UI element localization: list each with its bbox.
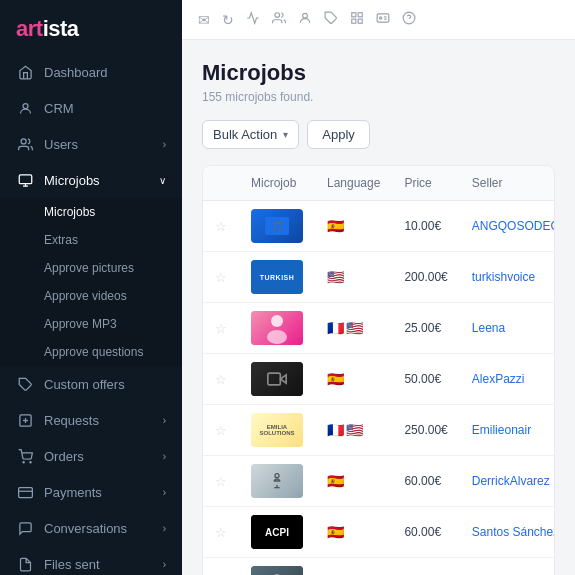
svg-rect-11 xyxy=(18,487,32,497)
top-icon-bar: ✉ ↻ xyxy=(182,0,575,40)
sidebar-item-orders[interactable]: Orders › xyxy=(0,438,182,474)
svg-marker-32 xyxy=(280,375,286,383)
language-cell: 🇪🇸 xyxy=(315,456,392,507)
subitem-approve-pictures[interactable]: Approve pictures xyxy=(0,254,182,282)
sidebar-item-dashboard[interactable]: Dashboard xyxy=(0,54,182,90)
sidebar-item-users[interactable]: Users › xyxy=(0,126,182,162)
question-icon[interactable] xyxy=(402,11,416,28)
flag-icon: 🇫🇷 xyxy=(327,320,344,336)
language-flags: 🇫🇷🇺🇸 xyxy=(327,422,380,438)
envelope-icon[interactable]: ✉ xyxy=(198,12,210,28)
microjob-thumbnail[interactable] xyxy=(251,464,303,498)
col-seller-header: Seller xyxy=(460,166,555,201)
chart-icon[interactable] xyxy=(246,11,260,28)
page-subtitle: 155 microjobs found. xyxy=(202,90,555,104)
subitem-approve-videos[interactable]: Approve videos xyxy=(0,282,182,310)
sidebar-item-conversations[interactable]: Conversations › xyxy=(0,510,182,546)
sidebar-item-orders-label: Orders xyxy=(44,449,163,464)
microjob-thumbnail[interactable]: ACPI xyxy=(251,515,303,549)
chat-icon xyxy=(16,519,34,537)
language-cell: 🇪🇸 xyxy=(315,507,392,558)
subitem-approve-questions[interactable]: Approve questions xyxy=(0,338,182,366)
favorite-star[interactable]: ☆ xyxy=(215,474,227,489)
table: Microjob Language Price Seller Sales Cat… xyxy=(203,166,555,575)
favorite-star[interactable]: ☆ xyxy=(215,525,227,540)
seller-cell: ANGQOSODEGUZMAN xyxy=(460,201,555,252)
flag-icon: 🇪🇸 xyxy=(327,524,344,540)
subitem-extras[interactable]: Extras xyxy=(0,226,182,254)
svg-point-19 xyxy=(303,13,308,18)
favorite-star[interactable]: ☆ xyxy=(215,270,227,285)
subitem-microjobs[interactable]: Microjobs xyxy=(0,198,182,226)
tag-top-icon[interactable] xyxy=(324,11,338,28)
person-icon[interactable] xyxy=(298,11,312,28)
svg-rect-20 xyxy=(352,13,356,17)
home-icon xyxy=(16,63,34,81)
microjob-thumbnail[interactable]: EMILIA SOLUTIONS xyxy=(251,413,303,447)
users-top-icon[interactable] xyxy=(272,11,286,28)
col-star xyxy=(203,166,239,201)
seller-link[interactable]: Leena xyxy=(472,321,505,335)
favorite-star[interactable]: ☆ xyxy=(215,219,227,234)
microjob-thumbnail[interactable] xyxy=(251,566,303,575)
microjobs-table: Microjob Language Price Seller Sales Cat… xyxy=(202,165,555,575)
seller-link[interactable]: AlexPazzi xyxy=(472,372,525,386)
payments-chevron-icon: › xyxy=(163,487,166,498)
language-cell: 🇪🇸 xyxy=(315,558,392,576)
favorite-star[interactable]: ☆ xyxy=(215,423,227,438)
crm-icon xyxy=(16,99,34,117)
svg-rect-24 xyxy=(377,14,389,22)
sidebar-item-files-sent-label: Files sent xyxy=(44,557,163,572)
sidebar-item-users-label: Users xyxy=(44,137,163,152)
svg-point-0 xyxy=(23,103,28,108)
seller-cell: AlexPazzi xyxy=(460,354,555,405)
seller-link[interactable]: Emilieonair xyxy=(472,423,531,437)
sidebar-item-microjobs[interactable]: Microjobs ∨ xyxy=(0,162,182,198)
files-icon xyxy=(16,555,34,573)
seller-link[interactable]: turkishvoice xyxy=(472,270,535,284)
sidebar-item-payments[interactable]: Payments › xyxy=(0,474,182,510)
table-row: ☆ 🇪🇸 50.00€ Santiago Rivas – Voice Over xyxy=(203,558,555,576)
seller-cell: turkishvoice xyxy=(460,252,555,303)
sidebar-item-custom-offers-label: Custom offers xyxy=(44,377,166,392)
microjob-thumbnail[interactable]: TURKISH xyxy=(251,260,303,294)
sidebar-nav: Dashboard CRM Users › Microjobs ∨ Microj… xyxy=(0,54,182,575)
microjob-cell: TURKISH xyxy=(239,252,315,303)
seller-link[interactable]: DerrickAlvarez xyxy=(472,474,550,488)
svg-point-25 xyxy=(380,17,382,19)
bulk-action-dropdown[interactable]: Bulk Action ▾ xyxy=(202,120,299,149)
favorite-star[interactable]: ☆ xyxy=(215,321,227,336)
sidebar-item-crm[interactable]: CRM xyxy=(0,90,182,126)
id-card-icon[interactable] xyxy=(376,11,390,28)
svg-rect-23 xyxy=(358,19,362,23)
payments-icon xyxy=(16,483,34,501)
subitem-approve-mp3[interactable]: Approve MP3 xyxy=(0,310,182,338)
refresh-icon[interactable]: ↻ xyxy=(222,12,234,28)
toolbar: Bulk Action ▾ Apply xyxy=(202,120,555,149)
microjobs-subitems: Microjobs Extras Approve pictures Approv… xyxy=(0,198,182,366)
svg-rect-21 xyxy=(358,13,362,17)
grid-icon[interactable] xyxy=(350,11,364,28)
star-cell: ☆ xyxy=(203,405,239,456)
conversations-chevron-icon: › xyxy=(163,523,166,534)
requests-chevron-icon: › xyxy=(163,415,166,426)
microjob-thumbnail[interactable]: 🎵 xyxy=(251,209,303,243)
microjob-cell: 🎵 xyxy=(239,201,315,252)
microjobs-icon xyxy=(16,171,34,189)
apply-button[interactable]: Apply xyxy=(307,120,370,149)
sidebar-item-files-sent[interactable]: Files sent › xyxy=(0,546,182,575)
seller-link[interactable]: ANGQOSODEGUZMAN xyxy=(472,219,555,233)
price-cell: 60.00€ xyxy=(392,456,459,507)
col-microjob-header: Microjob xyxy=(239,166,315,201)
seller-link[interactable]: Santos Sánchez xyxy=(472,525,555,539)
microjob-thumbnail[interactable] xyxy=(251,362,303,396)
star-cell: ☆ xyxy=(203,252,239,303)
sidebar-item-conversations-label: Conversations xyxy=(44,521,163,536)
col-language-header: Language xyxy=(315,166,392,201)
sidebar-item-requests[interactable]: Requests › xyxy=(0,402,182,438)
microjob-thumbnail[interactable] xyxy=(251,311,303,345)
svg-point-18 xyxy=(275,13,280,18)
table-row: ☆ 🇫🇷🇺🇸 25.00€ Leena – Voice Over xyxy=(203,303,555,354)
favorite-star[interactable]: ☆ xyxy=(215,372,227,387)
sidebar-item-custom-offers[interactable]: Custom offers xyxy=(0,366,182,402)
